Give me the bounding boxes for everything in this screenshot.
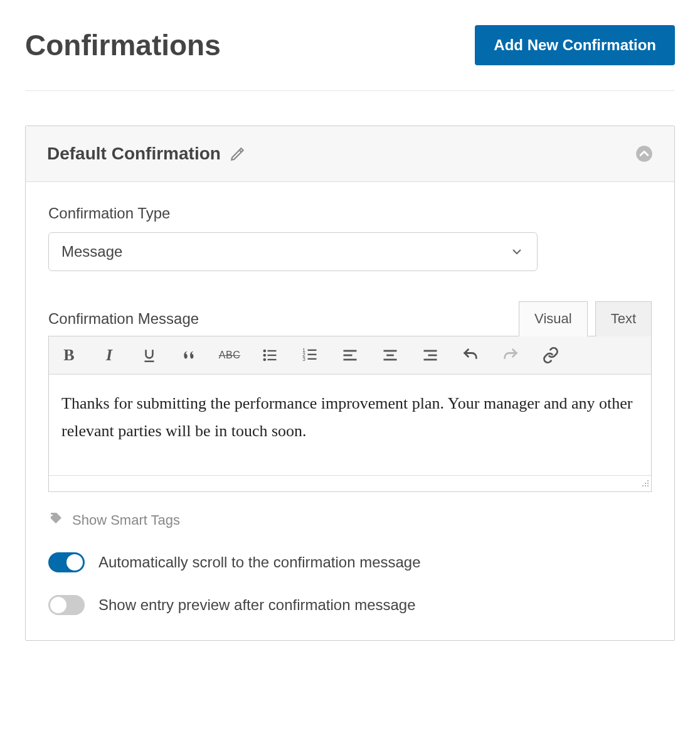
tab-text[interactable]: Text xyxy=(595,301,652,336)
chevron-up-icon[interactable] xyxy=(635,145,653,163)
undo-icon[interactable] xyxy=(459,344,482,367)
panel-body: Confirmation Type Message Confirmation M… xyxy=(26,182,674,640)
show-preview-label: Show entry preview after confirmation me… xyxy=(98,596,416,614)
confirmation-type-select[interactable]: Message xyxy=(48,232,538,271)
auto-scroll-toggle[interactable] xyxy=(48,552,85,572)
svg-point-27 xyxy=(647,485,649,486)
resize-handle-icon[interactable] xyxy=(639,477,649,490)
svg-point-1 xyxy=(263,350,267,353)
auto-scroll-label: Automatically scroll to the confirmation… xyxy=(98,554,421,571)
panel-header: Default Confirmation xyxy=(26,126,674,182)
show-preview-toggle[interactable] xyxy=(48,595,85,615)
editor-content[interactable]: Thanks for submitting the performance im… xyxy=(49,375,651,475)
svg-point-24 xyxy=(647,483,649,484)
underline-icon[interactable] xyxy=(138,344,161,367)
editor-tabs: Visual Text xyxy=(511,301,652,336)
rich-text-editor: B I ABC 123 xyxy=(48,336,652,492)
align-center-icon[interactable] xyxy=(379,344,401,367)
align-left-icon[interactable] xyxy=(339,344,361,367)
svg-point-0 xyxy=(636,146,652,162)
svg-text:3: 3 xyxy=(302,356,305,362)
blockquote-icon[interactable] xyxy=(178,344,201,367)
editor-footer xyxy=(49,475,651,491)
svg-point-25 xyxy=(642,485,644,486)
chevron-down-icon xyxy=(509,244,524,259)
show-preview-option: Show entry preview after confirmation me… xyxy=(48,595,652,615)
page-header: Confirmations Add New Confirmation xyxy=(25,25,675,91)
confirmation-type-value: Message xyxy=(61,243,122,260)
redo-icon[interactable] xyxy=(499,344,522,367)
svg-rect-10 xyxy=(308,350,317,351)
svg-point-23 xyxy=(645,483,646,484)
numbered-list-icon[interactable]: 123 xyxy=(299,344,321,367)
strikethrough-icon[interactable]: ABC xyxy=(218,344,241,367)
add-new-confirmation-button[interactable]: Add New Confirmation xyxy=(475,25,675,65)
link-icon[interactable] xyxy=(539,344,562,367)
svg-rect-5 xyxy=(268,355,277,356)
tab-visual[interactable]: Visual xyxy=(519,301,588,336)
svg-point-22 xyxy=(647,480,649,481)
confirmation-type-label: Confirmation Type xyxy=(48,205,652,222)
bold-icon[interactable]: B xyxy=(58,344,80,367)
svg-point-3 xyxy=(263,358,267,362)
align-right-icon[interactable] xyxy=(419,344,442,367)
confirmation-panel: Default Confirmation Confirmation Type M… xyxy=(25,126,675,641)
page-title: Confirmations xyxy=(25,28,221,62)
svg-point-2 xyxy=(263,354,267,357)
svg-rect-6 xyxy=(268,359,277,360)
auto-scroll-option: Automatically scroll to the confirmation… xyxy=(48,552,652,572)
tag-icon xyxy=(48,511,63,530)
editor-toolbar: B I ABC 123 xyxy=(49,336,651,375)
message-header-row: Confirmation Message Visual Text xyxy=(48,301,652,336)
svg-rect-11 xyxy=(308,354,317,355)
panel-title: Default Confirmation xyxy=(47,144,221,164)
panel-title-wrap: Default Confirmation xyxy=(47,144,246,164)
svg-rect-12 xyxy=(308,358,317,360)
confirmation-message-label: Confirmation Message xyxy=(48,310,199,328)
pencil-icon[interactable] xyxy=(230,146,246,162)
show-smart-tags-button[interactable]: Show Smart Tags xyxy=(48,511,652,530)
italic-icon[interactable]: I xyxy=(98,344,120,367)
smart-tags-label: Show Smart Tags xyxy=(72,512,180,528)
bullet-list-icon[interactable] xyxy=(258,344,281,367)
svg-rect-4 xyxy=(268,350,277,351)
svg-point-26 xyxy=(645,485,646,486)
